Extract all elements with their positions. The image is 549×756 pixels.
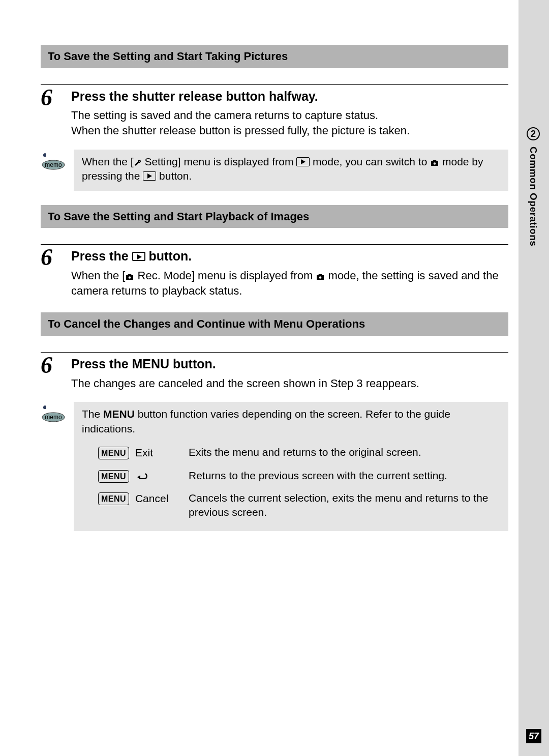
camera-icon: [316, 274, 325, 281]
memo-icon: memo: [41, 404, 66, 422]
playback-icon: [296, 157, 310, 166]
menu-label-cancel: Cancel: [135, 492, 168, 504]
menu-button-icon: MENU: [98, 492, 129, 505]
chapter-number-badge: 2: [527, 127, 540, 140]
memo: memo The MENU button function varies dep…: [41, 402, 508, 531]
memo-text: The MENU button function varies dependin…: [74, 402, 508, 531]
menu-description: Returns to the previous screen with the …: [189, 464, 500, 487]
memo-text: When the [ Setting] menu is displayed fr…: [74, 150, 508, 191]
step: 6 Press the shutter release button halfw…: [41, 84, 508, 138]
text: Rec. Mode] menu is displayed from: [134, 269, 316, 282]
section-heading: To Save the Setting and Start Taking Pic…: [41, 45, 508, 68]
menu-label: MENU: [103, 408, 135, 420]
text: Press the: [71, 357, 132, 371]
page-number: 57: [526, 729, 541, 743]
table-row: MENU Exit Exits the menu and returns to …: [82, 441, 500, 464]
step-description: The changes are canceled and the screen …: [71, 376, 508, 391]
camera-icon: [125, 274, 134, 281]
text: When the shutter release button is press…: [71, 124, 410, 137]
playback-icon: [132, 252, 145, 261]
text: button.: [156, 170, 192, 182]
menu-button-icon: MENU: [98, 470, 129, 483]
text: Press the: [71, 249, 132, 263]
text: button function varies depending on the …: [82, 408, 450, 434]
text: Setting] menu is displayed from: [142, 156, 297, 167]
step-title: Press the button.: [71, 248, 508, 265]
text: When the [: [82, 156, 134, 167]
return-arrow-icon: [135, 472, 148, 481]
memo: memo When the [ Setting] menu is display…: [41, 150, 508, 191]
memo-icon: memo: [41, 152, 66, 170]
step-number: 6: [41, 86, 61, 138]
side-tab: 2 Common Operations 57: [518, 0, 549, 756]
text: The: [82, 408, 103, 420]
svg-text:memo: memo: [45, 161, 62, 168]
step: 6 Press the button. When the [ Rec. Mode…: [41, 244, 508, 298]
table-row: MENU Cancel Cancels the current selectio…: [82, 487, 500, 524]
svg-text:memo: memo: [45, 414, 62, 421]
text: button.: [169, 357, 216, 371]
step-title: Press the MENU button.: [71, 356, 508, 373]
step-description: The setting is saved and the camera retu…: [71, 108, 508, 138]
text: When the [: [71, 269, 125, 282]
section-heading: To Save the Setting and Start Playback o…: [41, 205, 508, 228]
chapter-title: Common Operations: [527, 147, 540, 246]
playback-icon: [143, 171, 156, 181]
wrench-icon: [134, 159, 142, 167]
menu-label-exit: Exit: [135, 447, 153, 458]
menu-function-table: MENU Exit Exits the menu and returns to …: [82, 441, 500, 524]
menu-button-icon: MENU: [98, 447, 129, 459]
svg-point-2: [434, 162, 436, 164]
svg-point-4: [319, 276, 321, 278]
camera-icon: [430, 160, 439, 167]
step-title: Press the shutter release button halfway…: [71, 88, 508, 105]
step-number: 6: [41, 354, 61, 391]
step-description: When the [ Rec. Mode] menu is displayed …: [71, 268, 508, 298]
text: button.: [145, 249, 192, 263]
section-heading: To Cancel the Changes and Continue with …: [41, 312, 508, 336]
step: 6 Press the MENU button. The changes are…: [41, 352, 508, 391]
text: The setting is saved and the camera retu…: [71, 109, 378, 122]
page-content: To Save the Setting and Start Taking Pic…: [0, 0, 549, 551]
menu-description: Exits the menu and returns to the origin…: [189, 441, 500, 464]
table-row: MENU Returns to the previous screen with…: [82, 464, 500, 487]
step-number: 6: [41, 246, 61, 298]
text: mode, you can switch to: [310, 156, 430, 167]
svg-point-3: [129, 276, 131, 278]
menu-description: Cancels the current selection, exits the…: [189, 487, 500, 524]
menu-label: MENU: [132, 357, 170, 371]
